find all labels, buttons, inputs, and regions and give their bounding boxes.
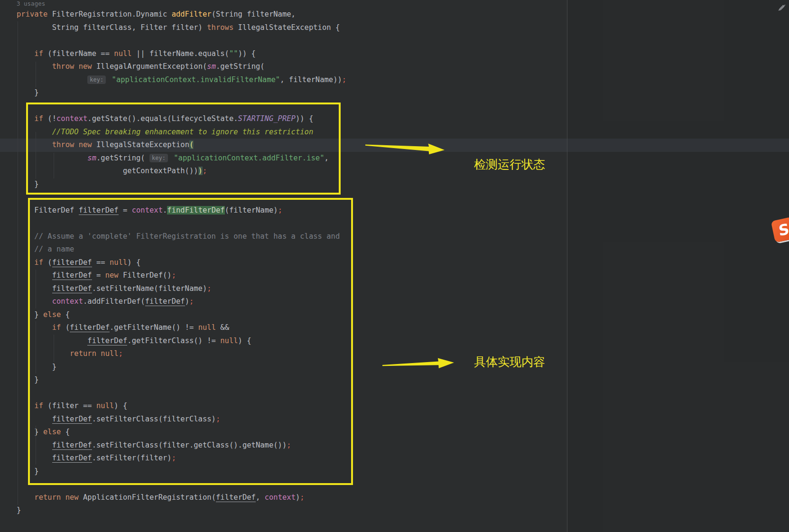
code-token: [17, 128, 52, 136]
code-token: .setFilterClass(filterClass): [92, 415, 216, 423]
code-token: [17, 336, 87, 345]
right-margin-guide: [567, 0, 567, 532]
code-token: context: [56, 114, 87, 123]
code-token: [17, 258, 34, 267]
code-token: }: [17, 506, 21, 514]
code-token: if: [34, 258, 43, 267]
code-token: return: [70, 349, 96, 358]
code-token: , filterName)): [280, 75, 342, 84]
code-token: IllegalArgumentException(: [92, 62, 207, 71]
code-token: ,: [325, 154, 329, 162]
floating-s-tool-badge[interactable]: S: [773, 219, 789, 243]
code-token: (String filterName,: [212, 10, 296, 19]
code-token: [17, 140, 52, 149]
code-token: ) {: [127, 258, 140, 267]
code-token: (: [43, 258, 52, 267]
code-token: private: [17, 10, 52, 19]
code-token: filterDef: [70, 323, 110, 332]
inlay-hint-chip: key:: [149, 154, 168, 162]
code-token: [61, 493, 65, 502]
code-token: filterDef: [52, 441, 92, 450]
code-token: "": [229, 49, 238, 58]
code-token: [107, 75, 111, 84]
code-token: ,: [256, 493, 265, 502]
code-token: throws: [207, 23, 233, 32]
code-token: [74, 62, 78, 71]
code-token: [17, 297, 52, 306]
code-token: filterDef: [79, 206, 119, 215]
code-token: null: [198, 323, 216, 332]
code-token: .addFilterDef(: [83, 297, 145, 306]
code-token: [74, 140, 78, 149]
code-token: (filter ==: [43, 401, 96, 410]
s-badge-letter: S: [778, 220, 789, 240]
code-token: ;: [342, 75, 346, 84]
code-token: filterDef: [87, 336, 127, 345]
code-token: else: [43, 310, 61, 319]
s-badge-card: S: [771, 217, 789, 243]
code-token: filterDef: [52, 454, 92, 463]
code-token: [17, 401, 34, 410]
code-token: ;: [278, 206, 282, 215]
code-token: [17, 493, 34, 502]
code-token: new: [65, 493, 79, 502]
code-token: (: [61, 323, 70, 332]
code-token: [17, 75, 87, 84]
code-token: FilterDef(): [119, 271, 172, 280]
code-token: [17, 415, 52, 423]
code-token: [17, 284, 52, 293]
code-token: ;: [203, 167, 207, 175]
code-token: ;: [287, 441, 291, 449]
code-token: (!: [43, 114, 56, 123]
code-token: sm: [87, 154, 96, 162]
indent-guide: [54, 335, 54, 362]
code-token: String filterClass, Filter filter): [17, 23, 207, 32]
code-token: }: [17, 363, 56, 371]
code-token: IllegalStateException {: [233, 23, 340, 32]
code-token: addFilter: [172, 10, 212, 19]
code-token: [17, 245, 34, 253]
code-token: IllegalStateException: [92, 140, 189, 149]
code-token: if: [34, 49, 43, 58]
code-token: ;: [207, 284, 211, 293]
indent-guide: [36, 62, 36, 87]
code-token: ;: [189, 297, 194, 306]
code-token: context: [265, 493, 296, 502]
code-token: ;: [172, 271, 176, 280]
code-token: [17, 441, 52, 449]
code-token: ;: [172, 454, 176, 462]
code-token: [17, 232, 34, 241]
code-token: (: [189, 140, 194, 149]
code-token: {: [61, 428, 70, 436]
code-token: null: [101, 349, 118, 358]
code-token: (filterName): [225, 206, 278, 215]
code-token: return: [34, 493, 61, 502]
code-token: }: [17, 375, 39, 384]
code-token: &&: [216, 323, 229, 332]
code-token: filterDef: [52, 271, 92, 280]
code-token: null: [96, 401, 114, 410]
inlay-hint-chip: key:: [87, 75, 106, 84]
indent-guide: [36, 132, 36, 179]
code-token: sm: [207, 62, 216, 71]
code-token: throw: [52, 140, 74, 149]
code-token: [169, 154, 174, 162]
code-token: "applicationContext.invalidFilterName": [112, 75, 280, 84]
code-token: if: [34, 114, 43, 123]
code-token: ) {: [238, 336, 251, 345]
code-token: new: [105, 271, 119, 280]
code-token: ) {: [114, 401, 127, 410]
code-token: null: [220, 336, 238, 345]
code-token: // a name: [34, 245, 74, 253]
code-token: getContextPath()): [17, 167, 198, 175]
code-token: ;: [216, 415, 220, 423]
code-token: [17, 114, 34, 123]
code-token: .setFilter(filter): [92, 454, 172, 462]
code-token: .getString(: [96, 154, 149, 162]
code-token: )) {: [238, 49, 256, 58]
indent-guide: [54, 153, 54, 178]
code-token: [17, 154, 87, 162]
code-token: {: [61, 310, 70, 319]
ide-editor[interactable]: 3 usages private FilterRegistration.Dyna…: [0, 0, 789, 532]
code-token: filterDef: [145, 297, 185, 306]
